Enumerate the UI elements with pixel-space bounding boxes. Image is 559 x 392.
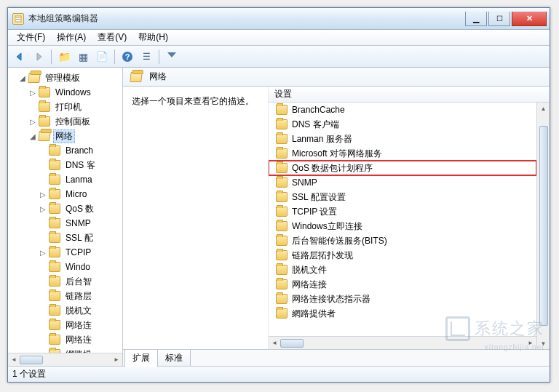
list-item-label: DNS 客户端: [290, 119, 339, 131]
tree-node[interactable]: SNMP: [8, 216, 122, 231]
list-item[interactable]: Windows立即连接: [269, 219, 536, 233]
tree-node[interactable]: 网络连: [8, 318, 122, 332]
tree-label: Micro: [63, 189, 89, 199]
list-item-label: 网络连接: [290, 279, 327, 291]
folder-icon: [276, 308, 288, 319]
titlebar[interactable]: 本地组策略编辑器: [8, 8, 550, 30]
app-window: 本地组策略编辑器 文件(F) 操作(A) 查看(V) 帮助(H): [7, 7, 550, 383]
tree-node[interactable]: Branch: [8, 143, 122, 158]
list-item[interactable]: 网络连接: [269, 277, 536, 292]
tab-extended[interactable]: 扩展: [124, 350, 158, 367]
folder-open-icon: [28, 73, 40, 83]
expand-icon[interactable]: ▷: [39, 249, 47, 257]
tree-node[interactable]: Lanma: [8, 172, 122, 187]
list-column-header[interactable]: 设置: [269, 87, 550, 103]
folder-icon: [49, 320, 60, 330]
tree-node-control-panel[interactable]: ▷控制面板: [8, 114, 122, 129]
list-item[interactable]: 链路层拓扑发现: [269, 248, 536, 263]
export-list-button[interactable]: [93, 48, 111, 65]
list-item[interactable]: SSL 配置设置: [269, 190, 536, 204]
forward-button[interactable]: [30, 48, 47, 65]
close-button[interactable]: [512, 12, 547, 26]
description-text: 选择一个项目来查看它的描述。: [132, 96, 254, 106]
menu-help[interactable]: 帮助(H): [132, 30, 174, 45]
tree-label: SNMP: [63, 218, 93, 228]
expand-icon[interactable]: ▷: [28, 118, 37, 126]
tree-label: 网络连: [63, 319, 94, 332]
list-hscrollbar[interactable]: ►: [269, 336, 536, 349]
tree-label: 脱机文: [63, 305, 94, 317]
list-item-label: 网络连接状态指示器: [290, 293, 370, 305]
folder-icon: [276, 105, 288, 115]
maximize-button[interactable]: [488, 12, 510, 26]
tree-node[interactable]: 链路层: [8, 289, 122, 303]
window-title: 本地组策略编辑器: [28, 12, 464, 25]
svg-rect-2: [16, 19, 20, 20]
tree-node[interactable]: DNS 客: [8, 158, 122, 172]
scrollbar-thumb[interactable]: [280, 339, 304, 348]
properties-button[interactable]: [138, 48, 155, 65]
tree-node[interactable]: ▷Micro: [8, 187, 122, 201]
expand-icon[interactable]: ▷: [39, 191, 47, 199]
tree-node-network[interactable]: ◢网络: [8, 129, 122, 143]
toolbar-separator: [114, 49, 115, 64]
expand-icon[interactable]: ▷: [28, 89, 37, 97]
tree-node[interactable]: 網路提: [8, 347, 122, 353]
list-item[interactable]: 脱机文件: [269, 263, 536, 277]
list-item[interactable]: TCPIP 设置: [269, 204, 536, 219]
tree-node[interactable]: SSL 配: [8, 231, 122, 245]
up-button[interactable]: [55, 48, 73, 65]
expand-icon[interactable]: ▷: [39, 205, 47, 213]
settings-list-pane: 设置 BranchCacheDNS 客户端Lanman 服务器Microsoft…: [269, 87, 550, 349]
back-button[interactable]: [11, 48, 28, 65]
tree-node[interactable]: ▷QoS 数: [8, 201, 122, 216]
navigation-tree[interactable]: ◢ 管理模板 ▷Windows 打印机 ▷控制面板 ◢网络 BranchDNS …: [8, 68, 122, 353]
tree-hscrollbar[interactable]: ►: [8, 353, 122, 366]
tree-node-admin-templates[interactable]: ◢ 管理模板: [8, 71, 122, 85]
menu-file[interactable]: 文件(F): [11, 30, 51, 45]
list-item[interactable]: BranchCache: [269, 103, 536, 117]
tree-node[interactable]: ▷TCPIP: [8, 245, 122, 260]
tree-node-windows[interactable]: ▷Windows: [8, 85, 122, 100]
list-item-label: QoS 数据包计划程序: [290, 162, 373, 175]
list-item-label: SSL 配置设置: [290, 191, 346, 204]
filter-button[interactable]: [163, 48, 181, 65]
collapse-icon[interactable]: ◢: [28, 132, 37, 140]
minimize-button[interactable]: [465, 12, 487, 26]
list-item[interactable]: SNMP: [269, 175, 536, 190]
tab-standard[interactable]: 标准: [157, 350, 191, 367]
folder-icon: [49, 145, 60, 156]
tree-node[interactable]: Windo: [8, 260, 122, 274]
list-item[interactable]: QoS 数据包计划程序: [269, 161, 536, 175]
folder-icon: [276, 279, 288, 289]
folder-icon: [39, 102, 50, 112]
details-header: 网络: [123, 68, 550, 87]
help-button[interactable]: [119, 48, 136, 65]
list-vscrollbar[interactable]: [536, 103, 550, 349]
scrollbar-thumb[interactable]: [20, 356, 43, 364]
tree-node-printers[interactable]: 打印机: [8, 100, 122, 114]
list-item[interactable]: 網路提供者: [269, 306, 536, 321]
settings-list[interactable]: BranchCacheDNS 客户端Lanman 服务器Microsoft 对等…: [269, 103, 536, 336]
list-item[interactable]: 后台智能传送服务(BITS): [269, 233, 536, 248]
tree-node[interactable]: 后台智: [8, 274, 122, 289]
folder-icon: [49, 189, 60, 199]
tree-node[interactable]: 网络连: [8, 332, 122, 347]
list-item[interactable]: 网络连接状态指示器: [269, 292, 536, 306]
collapse-icon[interactable]: ◢: [18, 74, 27, 82]
list-item[interactable]: Microsoft 对等网络服务: [269, 146, 536, 161]
scrollbar-thumb[interactable]: [539, 126, 548, 326]
tree-node[interactable]: 脱机文: [8, 303, 122, 318]
menu-view[interactable]: 查看(V): [92, 30, 132, 45]
column-setting-label: 设置: [274, 88, 292, 100]
folder-icon: [49, 233, 60, 243]
menu-action[interactable]: 操作(A): [51, 30, 92, 45]
toolbar-separator: [159, 49, 159, 64]
list-item[interactable]: Lanman 服务器: [269, 132, 536, 146]
folder-icon: [49, 160, 60, 170]
list-item-label: TCPIP 设置: [290, 206, 337, 218]
folder-icon: [49, 276, 60, 287]
tree-label: Windo: [63, 262, 92, 272]
list-item[interactable]: DNS 客户端: [269, 117, 536, 132]
show-hide-tree-button[interactable]: [74, 48, 92, 65]
